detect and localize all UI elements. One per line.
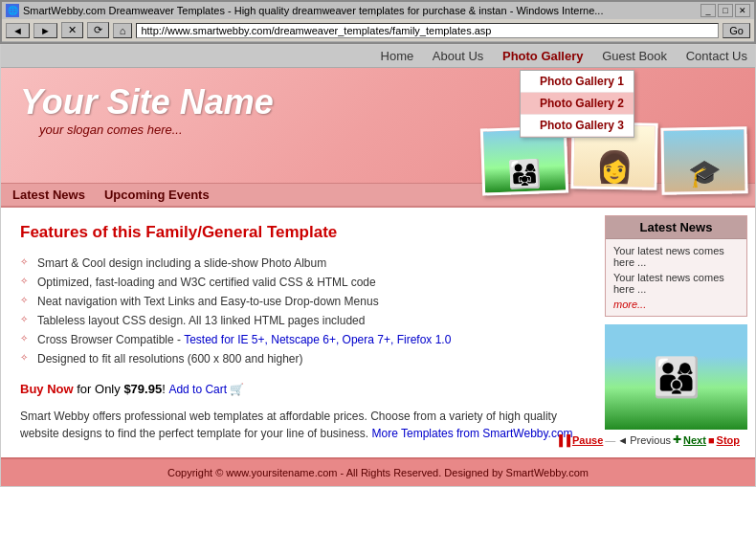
sidebar-news-widget: Latest News Your latest news comes here … (605, 215, 747, 317)
site-footer: Copyright © www.yoursitename.com - All R… (1, 457, 755, 486)
browser-toolbar: ◄ ► ✕ ⟳ ⌂ Go (2, 19, 754, 42)
forward-button[interactable]: ► (33, 23, 57, 38)
feature-item-4: Tableless layout CSS design. All 13 link… (20, 311, 578, 330)
feature-item-2: Optimized, fast-loading and W3C certifie… (20, 273, 578, 292)
nav-about[interactable]: About Us (433, 49, 483, 63)
nav-contact[interactable]: Contact Us (686, 49, 747, 63)
add-to-cart-link[interactable]: Add to Cart 🛒 (168, 383, 244, 396)
description: Smart Webby offers professional web temp… (20, 408, 578, 442)
site-header: Home About Us Photo Gallery Guest Book C… (1, 45, 755, 183)
nav-guest-book[interactable]: Guest Book (602, 49, 667, 63)
go-button[interactable]: Go (723, 23, 750, 38)
features-heading: Features of this Family/General Template (20, 223, 578, 242)
feature-item-3: Neat navigation with Text Links and Easy… (20, 292, 578, 311)
minimize-button[interactable]: _ (700, 4, 716, 17)
gallery-item-3[interactable]: Photo Gallery 3 (521, 115, 634, 137)
main-content: Features of this Family/General Template… (1, 208, 755, 457)
feature-item-5: Cross Browser Compatible - Tested for IE… (20, 330, 578, 349)
footer-text: Copyright © www.yoursitename.com - All R… (167, 467, 589, 478)
home-button[interactable]: ⌂ (113, 23, 133, 38)
pause-icon: ▐▐ (555, 434, 570, 446)
website-content: Home About Us Photo Gallery Guest Book C… (0, 44, 756, 487)
nav-bar: Home About Us Photo Gallery Guest Book C… (1, 45, 755, 68)
buy-now-section: Buy Now for Only $79.95! Add to Cart 🛒 (20, 382, 578, 396)
nav-home[interactable]: Home (381, 49, 414, 63)
more-templates-link[interactable]: More Templates from SmartWebby.com (372, 427, 573, 440)
content-right: Latest News Your latest news comes here … (597, 208, 755, 457)
feature-item-1: Smart & Cool design including a slide-sh… (20, 254, 578, 273)
previous-button[interactable]: Previous (630, 434, 671, 446)
browser-icon: 🌐 (6, 4, 19, 17)
pause-button[interactable]: Pause (572, 434, 603, 446)
photo-gallery-dropdown: Photo Gallery 1 Photo Gallery 2 Photo Ga… (520, 70, 634, 138)
title-bar: 🌐 SmartWebby.com Dreamweaver Templates -… (0, 0, 756, 19)
sidebar-photo: 👨‍👩‍👦 (605, 324, 747, 430)
next-button[interactable]: Next (683, 434, 706, 446)
maximize-button[interactable]: □ (718, 4, 733, 17)
sidebar-news-title: Latest News (606, 216, 746, 239)
feature-list: Smart & Cool design including a slide-sh… (20, 254, 578, 368)
content-left: Features of this Family/General Template… (1, 208, 597, 457)
buy-text: for Only (77, 382, 121, 396)
window-controls: _ □ ✕ (700, 4, 750, 17)
close-button[interactable]: ✕ (735, 4, 750, 17)
slideshow-controls: ▐▐ Pause — ◄ Previous ✚ Next ■ Stop (605, 430, 747, 450)
stop-button[interactable]: Stop (717, 434, 740, 446)
news-item-1: Your latest news comes here ... (613, 245, 739, 268)
subnav-upcoming-events[interactable]: Upcoming Events (104, 188, 210, 202)
stop-icon: ■ (708, 434, 715, 446)
feature-item-6: Designed to fit all resolutions (600 x 8… (20, 349, 578, 368)
sidebar-image: 👨‍👩‍👦 (605, 324, 747, 430)
header-photo-3 (660, 126, 747, 195)
sidebar-more-link[interactable]: more... (613, 299, 646, 310)
refresh-button[interactable]: ⟳ (87, 22, 109, 38)
stop-button[interactable]: ✕ (61, 22, 83, 38)
gallery-item-1[interactable]: Photo Gallery 1 (521, 71, 634, 93)
back-button[interactable]: ◄ (6, 23, 30, 38)
nav-photo-gallery[interactable]: Photo Gallery (502, 49, 584, 63)
subnav-latest-news[interactable]: Latest News (12, 188, 85, 202)
news-item-2: Your latest news comes here ... (613, 272, 739, 295)
gallery-item-2[interactable]: Photo Gallery 2 (521, 93, 634, 115)
buy-now-link[interactable]: Buy Now (20, 382, 74, 396)
buy-price: $79.95 (123, 382, 162, 396)
sidebar-news-body: Your latest news comes here ... Your lat… (606, 239, 746, 316)
browser-chrome: ◄ ► ✕ ⟳ ⌂ Go (0, 19, 756, 44)
title-bar-text: SmartWebby.com Dreamweaver Templates - H… (23, 5, 700, 16)
address-bar[interactable] (136, 23, 719, 38)
